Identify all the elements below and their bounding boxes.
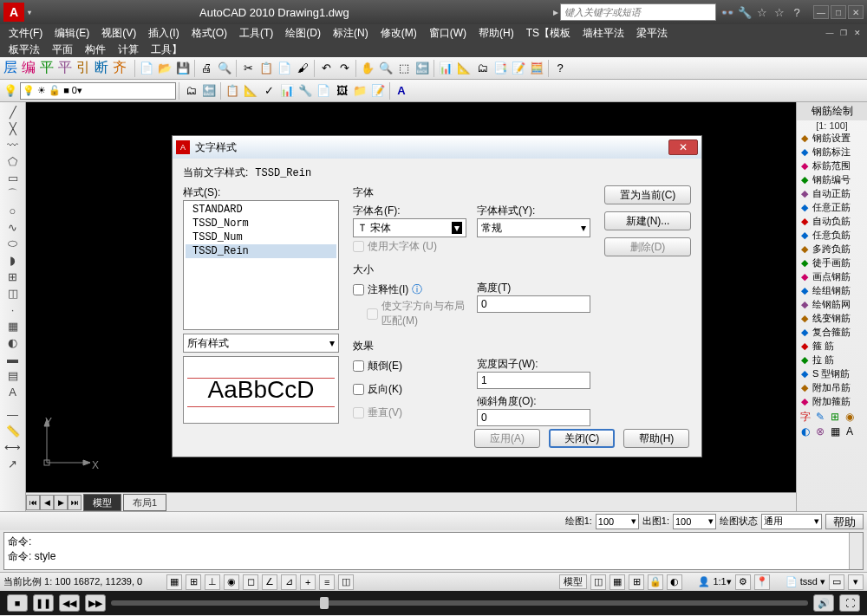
new-icon[interactable]: 📄 [138,60,155,77]
tssd-combo[interactable]: 📄 tssd ▾ [786,576,825,587]
dim-icon[interactable]: ⟷ [3,439,23,455]
tab-next-button[interactable]: ▶ [54,495,68,510]
rp-item[interactable]: ◆自动正筋 [797,186,867,200]
font-style-combo[interactable]: 常规▾ [477,218,590,237]
menu-slab[interactable]: 板平法 [3,42,45,57]
rp-item[interactable]: ◆任意正筋 [797,200,867,214]
command-line[interactable]: 命令: 命令: style [3,532,864,570]
tab-last-button[interactable]: ⏭ [68,495,81,510]
dialog-titlebar[interactable]: A 文字样式 ✕ [173,136,701,159]
menu-window[interactable]: 窗口(W) [424,26,472,41]
cn-btn-2[interactable]: 编 [20,60,37,77]
layer-states-icon[interactable]: 🗂 [182,82,199,100]
backwards-checkbox[interactable] [353,384,364,395]
grid-icon[interactable]: ⊞ [186,574,201,590]
star-icon[interactable]: ☆ [754,4,770,20]
sb-i2[interactable]: ▦ [610,574,625,590]
prev-button[interactable]: ◀◀ [59,594,80,612]
gradient-icon[interactable]: ◐ [3,334,23,350]
tab-prev-button[interactable]: ◀ [40,495,54,510]
sheet-icon[interactable]: 📑 [492,60,509,77]
cn-btn-7[interactable]: 齐 [111,60,128,77]
t4-icon[interactable]: 📊 [278,82,296,100]
rp-grid-icon[interactable]: ◐ [799,425,812,438]
rp-grid-icon[interactable]: ✎ [813,410,827,424]
rp-item[interactable]: ◆多跨负筋 [797,242,867,256]
t1-icon[interactable]: 📋 [224,82,241,100]
set-current-button[interactable]: 置为当前(C) [604,185,691,204]
media-slider[interactable] [111,600,808,606]
menu-file[interactable]: 文件(F) [3,26,48,41]
rp-item[interactable]: ◆钢筋编号 [797,172,867,186]
volume-button[interactable]: 🔊 [813,594,834,612]
otrack-icon[interactable]: ∠ [262,574,277,590]
help-icon[interactable]: ? [789,4,805,20]
wrench-icon[interactable]: 🔧 [737,4,753,20]
t8-icon[interactable]: 📁 [351,82,368,100]
style-filter-combo[interactable]: 所有样式▾ [183,334,339,353]
spline-icon[interactable]: ∿ [3,219,23,235]
layer-combo[interactable]: 💡 ☀ 🔓 ■ 0▾ [20,82,176,100]
t7-icon[interactable]: 🖼 [333,82,350,100]
copy-icon[interactable]: 📋 [257,60,275,77]
block-icon[interactable]: ◫ [3,285,23,301]
menu-beam[interactable]: 梁平法 [631,26,673,41]
ellipse-icon[interactable]: ⬭ [3,236,23,251]
pan-icon[interactable]: ✋ [359,60,376,77]
dyn-icon[interactable]: + [300,574,316,590]
line-icon[interactable]: ╱ [3,104,23,120]
rp-item[interactable]: ◆S 型钢筋 [797,366,867,380]
menu-plan[interactable]: 平面 [47,42,78,57]
menu-modify[interactable]: 修改(M) [375,26,422,41]
maximize-button[interactable]: □ [831,5,846,19]
upside-checkbox[interactable] [353,360,364,372]
t9-icon[interactable]: 📝 [369,82,387,100]
rp-item[interactable]: ◆附加箍筋 [797,394,867,408]
calc-icon[interactable]: 🧮 [528,60,545,77]
annotative-checkbox[interactable] [353,284,364,295]
pline-icon[interactable]: 〰 [3,137,23,152]
mtext-icon[interactable]: A [3,384,23,399]
menu-wall[interactable]: 墙柱平法 [577,26,629,41]
styles-listbox[interactable]: STANDARD TSSD_Norm TSSD_Num TSSD_Rein [183,200,339,330]
new-button[interactable]: 新建(N)... [604,211,691,230]
rp-item[interactable]: ◆箍 筋 [797,339,867,353]
model-button[interactable]: 模型 [559,574,587,589]
polygon-icon[interactable]: ⬠ [3,153,23,169]
save-icon[interactable]: 💾 [174,60,192,77]
props-icon[interactable]: 📊 [437,60,454,77]
rp-item[interactable]: ◆线变钢筋 [797,311,867,325]
sb-i5[interactable]: ◐ [667,574,682,590]
rp-item[interactable]: ◆画点钢筋 [797,269,867,283]
rp-grid-icon[interactable]: ⊗ [813,425,827,438]
style-item[interactable]: TSSD_Num [186,230,336,244]
leader-icon[interactable]: ↗ [3,456,23,471]
sb-i6[interactable]: ⚙ [735,574,751,590]
rp-item[interactable]: ◆复合箍筋 [797,325,867,339]
draw-scale-combo[interactable]: 100▾ [596,514,639,529]
menu-insert[interactable]: 插入(I) [143,26,184,41]
a-icon[interactable]: A [393,82,410,100]
layer-prev-icon[interactable]: 🔙 [200,82,218,100]
rp-item[interactable]: ◆拉 筋 [797,353,867,366]
doc-close-button[interactable]: ✕ [851,27,864,39]
oblique-input[interactable] [477,409,590,426]
lwt-icon[interactable]: ≡ [319,574,335,590]
rp-item[interactable]: ◆绘组钢筋 [797,283,867,297]
tool-palette-icon[interactable]: 🗂 [473,60,491,77]
help-dialog-button[interactable]: 帮助(H) [623,429,689,448]
menu-tools[interactable]: 工具(T) [234,26,278,41]
rp-item[interactable]: ◆标筋范围 [797,159,867,172]
rp-item[interactable]: ◆任意负筋 [797,228,867,242]
close-button[interactable]: ✕ [848,5,864,19]
style-item[interactable]: STANDARD [186,203,336,217]
polar-icon[interactable]: ◉ [224,574,239,590]
fullscreen-button[interactable]: ⛶ [839,594,860,612]
cn-btn-5[interactable]: 引 [75,60,92,77]
zoom-icon[interactable]: 🔍 [377,60,394,77]
ortho-icon[interactable]: ⊥ [205,574,220,590]
search-input[interactable] [560,3,716,21]
open-icon[interactable]: 📂 [156,60,173,77]
markup-icon[interactable]: 📝 [510,60,527,77]
info-icon[interactable]: ⓘ [412,282,422,297]
